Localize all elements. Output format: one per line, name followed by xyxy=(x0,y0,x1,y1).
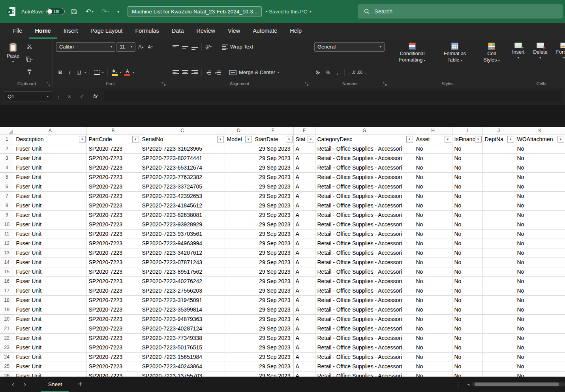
cell-G4[interactable]: Retail - Office Supplies - Accessori xyxy=(315,163,414,172)
cell-C24[interactable]: SP2020-7223-15651984 xyxy=(140,352,225,362)
cell-A19[interactable]: Fuser Unit xyxy=(14,305,86,314)
increase-decimal-button[interactable]: ←.0 xyxy=(347,68,356,77)
cell-B20[interactable]: SP2020-7223 xyxy=(86,314,140,324)
cell-D21[interactable] xyxy=(225,324,253,333)
add-sheet-button[interactable]: + xyxy=(78,380,83,389)
cell-J15[interactable] xyxy=(482,267,515,276)
cell-F26[interactable]: A xyxy=(293,371,315,377)
column-header-I[interactable]: I xyxy=(452,127,482,134)
cell-H7[interactable]: No xyxy=(414,191,452,201)
column-header-D[interactable]: D xyxy=(225,127,253,134)
cell-E24[interactable]: 29 Sep 2023 xyxy=(253,352,293,362)
cell-B11[interactable]: SP2020-7223 xyxy=(86,229,140,239)
cell-K20[interactable]: No xyxy=(515,314,565,324)
cell-G7[interactable]: Retail - Office Supplies - Accessori xyxy=(315,191,414,201)
cell-J12[interactable] xyxy=(482,239,515,248)
decrease-decimal-button[interactable]: .00→ xyxy=(357,68,366,77)
insert-function-button[interactable]: fx xyxy=(91,92,100,100)
cell-K5[interactable]: No xyxy=(515,172,565,182)
increase-font-size-button[interactable]: A▴ xyxy=(137,43,145,51)
cell-J3[interactable] xyxy=(482,153,515,163)
cell-J7[interactable] xyxy=(482,191,515,201)
cell-J18[interactable] xyxy=(482,295,515,305)
cell-B23[interactable]: SP2020-7223 xyxy=(86,343,140,352)
cell-I15[interactable]: No xyxy=(452,267,482,276)
cell-I4[interactable]: No xyxy=(452,163,482,172)
cell-E15[interactable]: 29 Sep 2023 xyxy=(253,267,293,276)
filter-dropdown-icon[interactable]: ▾ xyxy=(79,136,86,143)
cell-E20[interactable]: 29 Sep 2023 xyxy=(253,314,293,324)
wrap-text-button[interactable]: Wrap Text xyxy=(221,43,255,50)
cell-H20[interactable]: No xyxy=(414,314,452,324)
align-left-button[interactable] xyxy=(171,68,180,77)
column-header-J[interactable]: J xyxy=(482,127,515,134)
cell-styles-button[interactable]: Cell Styles ▾ xyxy=(478,41,505,80)
cell-H10[interactable]: No xyxy=(414,220,452,229)
font-color-button[interactable]: A xyxy=(123,68,131,77)
cell-G5[interactable]: Retail - Office Supplies - Accessori xyxy=(315,172,414,182)
cell-D19[interactable] xyxy=(225,305,253,314)
cell-K21[interactable]: No xyxy=(515,324,565,333)
cell-J4[interactable] xyxy=(482,163,515,172)
cell-K24[interactable]: No xyxy=(515,352,565,362)
cell-J25[interactable] xyxy=(482,362,515,371)
cell-B9[interactable]: SP2020-7223 xyxy=(86,210,140,220)
cell-G15[interactable]: Retail - Office Supplies - Accessori xyxy=(315,267,414,276)
cell-F6[interactable]: A xyxy=(293,182,315,191)
cell-J8[interactable] xyxy=(482,201,515,210)
cell-B26[interactable]: SP2020-7223 xyxy=(86,371,140,377)
cell-D12[interactable] xyxy=(225,239,253,248)
cell-G19[interactable]: Retail - Office Supplies - Accessori xyxy=(315,305,414,314)
underline-button[interactable]: U xyxy=(75,68,83,77)
cell-F24[interactable]: A xyxy=(293,352,315,362)
filter-dropdown-icon[interactable]: ▾ xyxy=(445,136,451,143)
scroll-left-icon[interactable]: ◂ xyxy=(467,382,469,387)
cell-K18[interactable]: No xyxy=(515,295,565,305)
cell-I25[interactable]: No xyxy=(452,362,482,371)
conditional-formatting-button[interactable]: Conditional Formatting ▾ xyxy=(392,41,432,80)
accounting-format-button[interactable]: $▾ xyxy=(314,68,323,77)
cell-G18[interactable]: Retail - Office Supplies - Accessori xyxy=(315,295,414,305)
cell-C7[interactable]: SP2020-7223-42392653 xyxy=(140,191,225,201)
cell-I6[interactable]: No xyxy=(452,182,482,191)
cell-D25[interactable] xyxy=(225,362,253,371)
cell-F16[interactable]: A xyxy=(293,276,315,286)
row-header-23[interactable]: 23 xyxy=(0,343,14,352)
cell-H4[interactable]: No xyxy=(414,163,452,172)
cell-I24[interactable]: No xyxy=(452,352,482,362)
cell-H26[interactable]: No xyxy=(414,371,452,377)
cell-A4[interactable]: Fuser Unit xyxy=(14,163,86,172)
cell-G9[interactable]: Retail - Office Supplies - Accessori xyxy=(315,210,414,220)
filter-dropdown-icon[interactable]: ▾ xyxy=(132,136,139,143)
cell-G14[interactable]: Retail - Office Supplies - Accessori xyxy=(315,258,414,267)
filter-dropdown-icon[interactable]: ▾ xyxy=(406,136,413,143)
quick-access-toolbar-button[interactable]: ▾ xyxy=(115,8,121,15)
cell-D5[interactable] xyxy=(225,172,253,182)
header-cell-startdate[interactable]: StartDate▾ xyxy=(253,134,293,144)
cell-F9[interactable]: A xyxy=(293,210,315,220)
row-header-2[interactable]: 2 xyxy=(0,144,14,153)
cell-C17[interactable]: SP2020-7223-27556203 xyxy=(140,286,225,295)
cell-B15[interactable]: SP2020-7223 xyxy=(86,267,140,276)
alignment-dialog-launcher[interactable] xyxy=(305,82,309,86)
undo-button[interactable]: ↶▾ xyxy=(83,6,95,17)
row-header-5[interactable]: 5 xyxy=(0,172,14,182)
cell-I23[interactable]: No xyxy=(452,343,482,352)
cell-H2[interactable]: No xyxy=(414,144,452,153)
cell-A3[interactable]: Fuser Unit xyxy=(14,153,86,163)
cell-H9[interactable]: No xyxy=(414,210,452,220)
cell-C11[interactable]: SP2020-7223-93703561 xyxy=(140,229,225,239)
cell-D3[interactable] xyxy=(225,153,253,163)
scrollbar-thumb[interactable] xyxy=(475,383,559,386)
header-cell-isfinanc[interactable]: IsFinanc▾ xyxy=(452,134,482,144)
cell-E12[interactable]: 29 Sep 2023 xyxy=(253,239,293,248)
cell-D11[interactable] xyxy=(225,229,253,239)
cell-K9[interactable]: No xyxy=(515,210,565,220)
row-header-16[interactable]: 16 xyxy=(0,276,14,286)
row-header-11[interactable]: 11 xyxy=(0,229,14,239)
column-header-H[interactable]: H xyxy=(414,127,452,134)
copy-button[interactable]: ▾ xyxy=(25,55,34,63)
cell-F17[interactable]: A xyxy=(293,286,315,295)
cell-I18[interactable]: No xyxy=(452,295,482,305)
cell-K16[interactable]: No xyxy=(515,276,565,286)
